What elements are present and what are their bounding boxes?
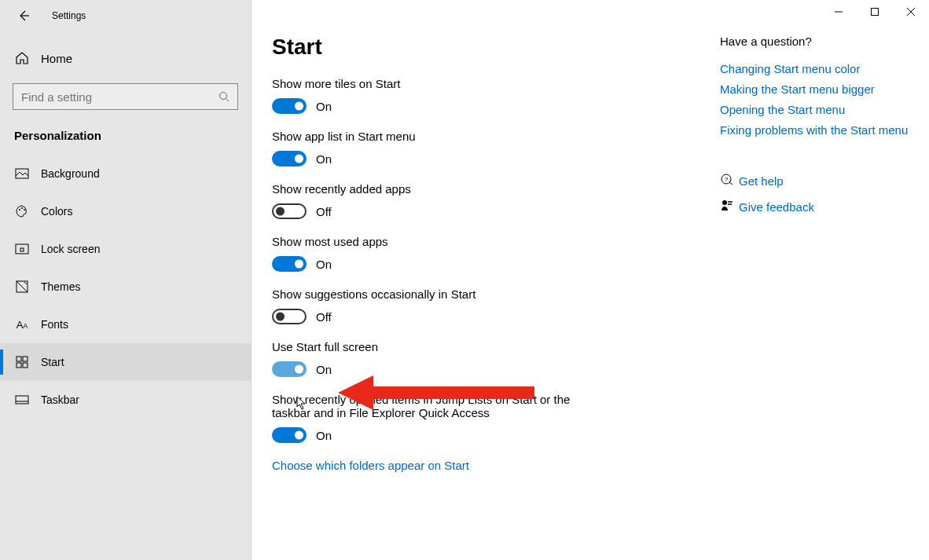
sidebar-home-label: Home bbox=[41, 52, 72, 65]
sidebar-item-label: Taskbar bbox=[41, 393, 79, 406]
get-help-link: Get help bbox=[739, 174, 784, 188]
toggle-state: Off bbox=[316, 310, 332, 324]
lockscreen-icon bbox=[14, 243, 30, 254]
svg-point-16 bbox=[722, 200, 727, 205]
minimize-button[interactable] bbox=[821, 0, 857, 24]
sidebar: Settings Home Personalization Background… bbox=[0, 0, 252, 560]
svg-rect-5 bbox=[16, 244, 28, 254]
sidebar-item-start[interactable]: Start bbox=[0, 343, 251, 381]
get-help-action[interactable]: ? Get help bbox=[720, 173, 908, 189]
search-box[interactable] bbox=[13, 83, 238, 110]
give-feedback-action[interactable]: Give feedback bbox=[720, 199, 908, 215]
help-link-color[interactable]: Changing Start menu color bbox=[720, 62, 908, 75]
svg-rect-9 bbox=[23, 357, 28, 361]
toggle-state: On bbox=[316, 363, 332, 376]
help-link-fixing[interactable]: Fixing problems with the Start menu bbox=[720, 123, 908, 137]
give-feedback-link: Give feedback bbox=[739, 200, 814, 214]
setting-label: Show more tiles on Start bbox=[272, 77, 712, 90]
back-button[interactable] bbox=[11, 3, 36, 28]
sidebar-home[interactable]: Home bbox=[0, 39, 251, 77]
sidebar-item-label: Background bbox=[41, 167, 100, 180]
toggle-suggestions[interactable] bbox=[272, 309, 307, 324]
page-title: Start bbox=[272, 35, 712, 60]
sidebar-item-taskbar[interactable]: Taskbar bbox=[0, 381, 251, 419]
picture-icon bbox=[14, 168, 30, 179]
setting-label: Show recently added apps bbox=[272, 182, 712, 196]
svg-rect-12 bbox=[16, 396, 28, 404]
home-icon bbox=[14, 51, 30, 65]
help-icon: ? bbox=[720, 173, 739, 189]
sidebar-item-label: Start bbox=[41, 356, 64, 368]
content-area: Start Show more tiles on Start On Show a… bbox=[272, 35, 712, 560]
svg-rect-18 bbox=[872, 9, 879, 16]
toggle-more-tiles[interactable] bbox=[272, 98, 307, 114]
setting-full-screen: Use Start full screen On bbox=[272, 340, 712, 377]
sidebar-item-background[interactable]: Background bbox=[0, 155, 251, 192]
start-icon bbox=[14, 356, 30, 368]
taskbar-icon bbox=[14, 395, 30, 404]
sidebar-item-themes[interactable]: Themes bbox=[0, 268, 251, 306]
svg-point-2 bbox=[19, 209, 20, 210]
titlebar-controls bbox=[821, 0, 929, 24]
search-icon bbox=[218, 91, 229, 102]
feedback-icon bbox=[720, 199, 739, 215]
svg-rect-10 bbox=[17, 363, 21, 368]
sidebar-category: Personalization bbox=[0, 110, 251, 150]
toggle-state: On bbox=[316, 152, 332, 166]
setting-label: Show recently opened items in Jump Lists… bbox=[272, 393, 610, 419]
fonts-icon: AA bbox=[14, 319, 30, 331]
toggle-state: Off bbox=[316, 205, 332, 218]
setting-app-list: Show app list in Start menu On bbox=[272, 130, 712, 167]
help-link-opening[interactable]: Opening the Start menu bbox=[720, 103, 908, 116]
setting-label: Show app list in Start menu bbox=[272, 130, 712, 143]
toggle-jump-lists[interactable] bbox=[272, 427, 307, 443]
help-aside: Have a question? Changing Start menu col… bbox=[720, 35, 908, 560]
setting-jump-lists: Show recently opened items in Jump Lists… bbox=[272, 393, 712, 443]
setting-suggestions: Show suggestions occasionally in Start O… bbox=[272, 287, 712, 324]
toggle-state: On bbox=[316, 258, 332, 271]
sidebar-item-colors[interactable]: Colors bbox=[0, 192, 251, 230]
sidebar-item-fonts[interactable]: AA Fonts bbox=[0, 306, 251, 343]
toggle-app-list[interactable] bbox=[272, 151, 307, 167]
sidebar-item-label: Colors bbox=[41, 205, 72, 218]
help-link-bigger[interactable]: Making the Start menu bigger bbox=[720, 82, 908, 96]
toggle-recently-added[interactable] bbox=[272, 203, 307, 219]
setting-recently-added: Show recently added apps Off bbox=[272, 182, 712, 219]
svg-point-4 bbox=[24, 209, 25, 210]
svg-rect-6 bbox=[20, 248, 24, 251]
svg-point-3 bbox=[21, 207, 23, 209]
search-input[interactable] bbox=[21, 90, 218, 104]
toggle-state: On bbox=[316, 100, 332, 113]
toggle-state: On bbox=[316, 429, 332, 442]
setting-label: Show suggestions occasionally in Start bbox=[272, 287, 712, 301]
back-arrow-icon bbox=[17, 9, 30, 22]
svg-point-0 bbox=[220, 93, 227, 100]
sidebar-item-label: Lock screen bbox=[41, 243, 100, 255]
sidebar-item-lockscreen[interactable]: Lock screen bbox=[0, 230, 251, 268]
close-button[interactable] bbox=[893, 0, 929, 24]
setting-more-tiles: Show more tiles on Start On bbox=[272, 77, 712, 114]
setting-label: Show most used apps bbox=[272, 235, 712, 248]
svg-rect-11 bbox=[23, 363, 28, 368]
setting-most-used: Show most used apps On bbox=[272, 235, 712, 272]
choose-folders-link[interactable]: Choose which folders appear on Start bbox=[272, 459, 712, 472]
aside-heading: Have a question? bbox=[720, 35, 908, 48]
toggle-full-screen[interactable] bbox=[272, 361, 307, 377]
setting-label: Use Start full screen bbox=[272, 340, 712, 353]
sidebar-item-label: Themes bbox=[41, 280, 81, 293]
svg-rect-8 bbox=[17, 357, 21, 361]
themes-icon bbox=[14, 280, 30, 294]
sidebar-item-label: Fonts bbox=[41, 318, 68, 331]
palette-icon bbox=[14, 204, 30, 218]
maximize-button[interactable] bbox=[857, 0, 893, 24]
window-title: Settings bbox=[52, 10, 86, 21]
svg-text:?: ? bbox=[725, 176, 729, 183]
toggle-most-used[interactable] bbox=[272, 256, 307, 272]
